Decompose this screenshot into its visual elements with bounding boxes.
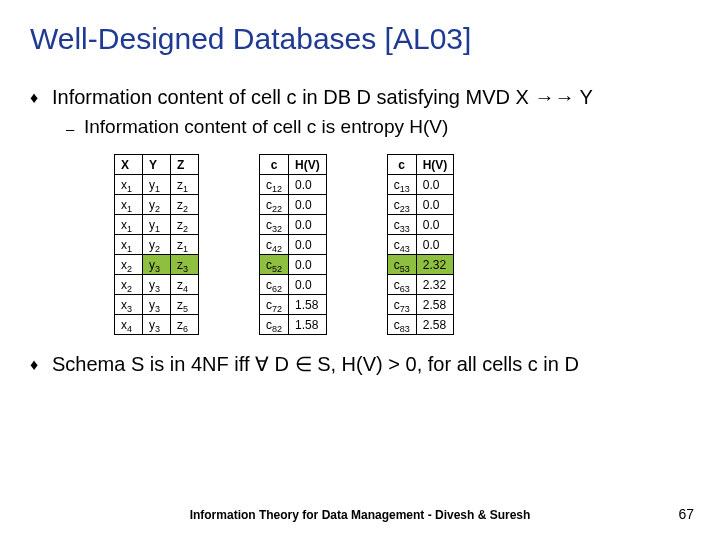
- table-cell: 0.0: [289, 275, 327, 295]
- table-row: c130.0: [387, 175, 454, 195]
- table-cell: x1: [115, 235, 143, 255]
- table-cell: x2: [115, 255, 143, 275]
- table-cell: c22: [260, 195, 289, 215]
- table-cell: 1.58: [289, 295, 327, 315]
- table-cell: 2.58: [416, 295, 454, 315]
- table-xyz: XYZ x1y1z1x1y2z2x1y1z2x1y2z1x2y3z3x2y3z4…: [114, 154, 199, 335]
- table-cell: z1: [171, 175, 199, 195]
- table-cell: c82: [260, 315, 289, 335]
- table-row: c632.32: [387, 275, 454, 295]
- table-cell: c13: [387, 175, 416, 195]
- table-cell: y3: [143, 275, 171, 295]
- table-cell: c32: [260, 215, 289, 235]
- table-header: H(V): [416, 155, 454, 175]
- table-cell: 0.0: [289, 255, 327, 275]
- table-row: c532.32: [387, 255, 454, 275]
- table-cell: z4: [171, 275, 199, 295]
- footer-text: Information Theory for Data Management -…: [0, 508, 720, 522]
- table-row: x3y3z5: [115, 295, 199, 315]
- table-cell: 0.0: [289, 195, 327, 215]
- table-cell: 0.0: [416, 195, 454, 215]
- table-cell: c72: [260, 295, 289, 315]
- table-cell: 0.0: [289, 215, 327, 235]
- table-row: x1y2z1: [115, 235, 199, 255]
- table-cell: z2: [171, 215, 199, 235]
- table-cell: 2.32: [416, 275, 454, 295]
- table-cell: y3: [143, 315, 171, 335]
- table-cell: c63: [387, 275, 416, 295]
- table-cell: z6: [171, 315, 199, 335]
- table-header: Y: [143, 155, 171, 175]
- diamond-icon: ♦: [30, 84, 52, 112]
- bullet-1: ♦ Information content of cell c in DB D …: [30, 84, 690, 112]
- table-cell: z3: [171, 255, 199, 275]
- table-row: c220.0: [260, 195, 327, 215]
- diamond-icon: ♦: [30, 351, 52, 379]
- table-cell: c23: [387, 195, 416, 215]
- table-cell: 0.0: [289, 175, 327, 195]
- table-header: Z: [171, 155, 199, 175]
- table-cell: c43: [387, 235, 416, 255]
- table-cell: z2: [171, 195, 199, 215]
- table-cell: z5: [171, 295, 199, 315]
- table-row: x1y1z1: [115, 175, 199, 195]
- table-cell: c62: [260, 275, 289, 295]
- page-number: 67: [678, 506, 694, 522]
- table-cell: y1: [143, 175, 171, 195]
- table-cell: c83: [387, 315, 416, 335]
- table-header: H(V): [289, 155, 327, 175]
- table-cell: y1: [143, 215, 171, 235]
- table-cell: x2: [115, 275, 143, 295]
- table-cell: c33: [387, 215, 416, 235]
- table-row: c320.0: [260, 215, 327, 235]
- table-cell: 0.0: [416, 215, 454, 235]
- table-header: X: [115, 155, 143, 175]
- table-row: c620.0: [260, 275, 327, 295]
- table-row: c832.58: [387, 315, 454, 335]
- table-cell: z1: [171, 235, 199, 255]
- table-cell: c52: [260, 255, 289, 275]
- table-cell: y3: [143, 255, 171, 275]
- table-row: c330.0: [387, 215, 454, 235]
- sub-bullet-1-text: Information content of cell c is entropy…: [84, 116, 448, 138]
- sub-bullet-1: – Information content of cell c is entro…: [66, 116, 690, 142]
- table-row: c821.58: [260, 315, 327, 335]
- table-cell: x1: [115, 195, 143, 215]
- table-row: c420.0: [260, 235, 327, 255]
- table-row: x2y3z3: [115, 255, 199, 275]
- table-row: c430.0: [387, 235, 454, 255]
- tables-area: XYZ x1y1z1x1y2z2x1y1z2x1y2z1x2y3z3x2y3z4…: [114, 154, 690, 335]
- table-cell: x1: [115, 175, 143, 195]
- table-header: c: [387, 155, 416, 175]
- table-row: c721.58: [260, 295, 327, 315]
- table-cell: 1.58: [289, 315, 327, 335]
- table-cell: c53: [387, 255, 416, 275]
- table-cell: 2.58: [416, 315, 454, 335]
- table-row: c732.58: [387, 295, 454, 315]
- table-row: x2y3z4: [115, 275, 199, 295]
- table-cell: c42: [260, 235, 289, 255]
- table-cell: c73: [387, 295, 416, 315]
- table-row: x4y3z6: [115, 315, 199, 335]
- table-hv-a: cH(V) c120.0c220.0c320.0c420.0c520.0c620…: [259, 154, 327, 335]
- dash-icon: –: [66, 116, 84, 142]
- table-cell: x4: [115, 315, 143, 335]
- table-row: c230.0: [387, 195, 454, 215]
- table-row: c120.0: [260, 175, 327, 195]
- table-row: x1y2z2: [115, 195, 199, 215]
- table-cell: c12: [260, 175, 289, 195]
- table-cell: x3: [115, 295, 143, 315]
- table-cell: 2.32: [416, 255, 454, 275]
- table-cell: 0.0: [416, 235, 454, 255]
- table-row: c520.0: [260, 255, 327, 275]
- table-cell: 0.0: [416, 175, 454, 195]
- table-cell: 0.0: [289, 235, 327, 255]
- table-cell: y3: [143, 295, 171, 315]
- table-cell: x1: [115, 215, 143, 235]
- bullet-1-text: Information content of cell c in DB D sa…: [52, 84, 593, 111]
- table-row: x1y1z2: [115, 215, 199, 235]
- table-cell: y2: [143, 235, 171, 255]
- table-cell: y2: [143, 195, 171, 215]
- table-header: c: [260, 155, 289, 175]
- table-hv-b: cH(V) c130.0c230.0c330.0c430.0c532.32c63…: [387, 154, 455, 335]
